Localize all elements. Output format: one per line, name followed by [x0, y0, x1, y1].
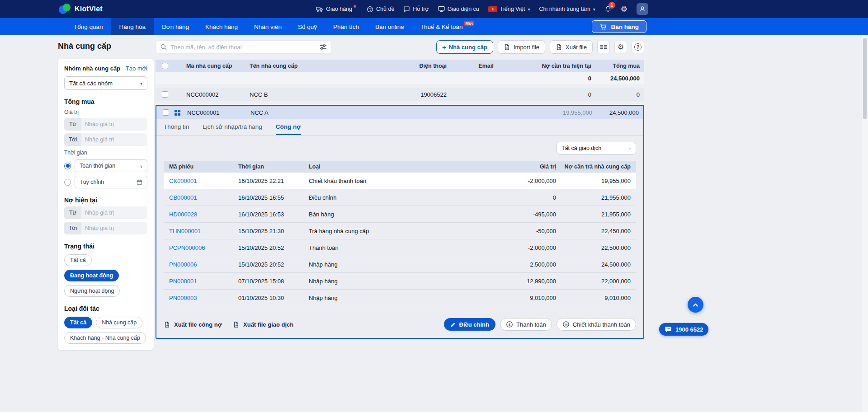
notifications-button[interactable]: 1	[604, 5, 612, 13]
transaction-row[interactable]: CK000001 16/10/2025 22:21 Chiết khấu tha…	[164, 173, 636, 189]
doc-link[interactable]: PN000006	[164, 261, 238, 268]
supplier-row-selected[interactable]: NCC000001 NCC A 19,955,000 24,500,000	[156, 106, 643, 119]
custom-time-radio[interactable]	[64, 179, 71, 186]
support-menu[interactable]: Hỗ trợ	[403, 6, 429, 13]
suppliers-table-header: Mã nhà cung cấp Tên nhà cung cấp Điện th…	[156, 60, 644, 72]
custom-time-label: Tùy chỉnh	[80, 179, 104, 185]
transaction-row[interactable]: PN000001 07/10/2025 15:08 Nhập hàng 12,9…	[164, 273, 636, 290]
export-file-button[interactable]: Xuất file	[550, 40, 593, 54]
debt-to-input[interactable]	[81, 222, 147, 234]
doc-value: -2,000,000	[453, 244, 561, 251]
total-purchase-from-input[interactable]	[81, 118, 147, 131]
nav-item-so-quy[interactable]: Sổ quỹ	[290, 18, 325, 35]
sell-button[interactable]: Bán hàng	[592, 20, 646, 33]
transaction-row[interactable]: THN000001 15/10/2025 21:30 Trả hàng nhà …	[164, 223, 636, 239]
doc-link[interactable]: CK000001	[164, 178, 238, 184]
hotline-chat-button[interactable]: 1900 6522	[659, 323, 708, 336]
supplier-group-select[interactable]: Tất cả các nhóm ▾	[64, 76, 147, 90]
all-time-label: Toàn thời gian	[80, 163, 115, 169]
nav-item-don-hang[interactable]: Đơn hàng	[154, 18, 197, 35]
col-doc-code: Mã phiếu	[164, 164, 238, 170]
transaction-row[interactable]: PN000006 15/10/2025 20:52 Nhập hàng 2,50…	[164, 256, 636, 273]
transaction-row[interactable]: HD000028 16/10/2025 16:53 Bán hàng -495,…	[164, 206, 636, 223]
import-file-button[interactable]: Import file	[498, 40, 545, 54]
scroll-to-top-button[interactable]	[688, 297, 703, 313]
language-selector[interactable]: ★ Tiếng Việt ▾	[488, 6, 530, 12]
column-settings-button[interactable]	[597, 41, 610, 53]
nav-item-thue-ke-toan[interactable]: Thuế & Kế toán Mới	[412, 18, 482, 35]
total-purchase-to-input[interactable]	[81, 133, 147, 146]
export-debt-file-button[interactable]: Xuất file công nợ	[164, 321, 222, 328]
col-value: Giá trị	[453, 164, 561, 170]
doc-time: 07/10/2025 15:08	[238, 278, 309, 285]
doc-value: 9,010,000	[453, 295, 561, 301]
tab-cong-no[interactable]: Công nợ	[276, 119, 301, 135]
supplier-row[interactable]: NCC000002 NCC B 19006522 0 0	[156, 88, 644, 101]
pay-button[interactable]: $ Thanh toán	[500, 318, 552, 331]
delivery-notification-dot	[354, 5, 356, 8]
transaction-filter-select[interactable]: Tất cả giao dịch ▾	[557, 142, 636, 154]
status-active-button[interactable]: Đang hoạt động	[64, 270, 119, 281]
partner-all-button[interactable]: Tất cả	[64, 317, 92, 328]
supplier-debt: 19,955,000	[521, 109, 598, 116]
nav-item-nhan-vien[interactable]: Nhân viên	[246, 18, 290, 35]
all-time-radio[interactable]	[64, 163, 71, 169]
nav-item-tong-quan[interactable]: Tổng quan	[66, 18, 111, 35]
status-title: Trạng thái	[64, 243, 147, 250]
add-supplier-button[interactable]: + Nhà cung cấp	[436, 40, 493, 54]
payment-discount-button[interactable]: % Chiết khấu thanh toán	[557, 318, 636, 331]
delivery-menu[interactable]: Giao hàng	[316, 6, 358, 12]
tab-thong-tin[interactable]: Thông tin	[164, 119, 189, 135]
old-interface-menu[interactable]: Giao diện cũ	[438, 6, 479, 12]
branch-selector[interactable]: Chi nhánh trung tâm ▾	[539, 6, 595, 12]
partner-customer-supplier-button[interactable]: Khách hàng - Nhà cung cấp	[64, 332, 146, 344]
header-cell	[156, 63, 181, 69]
doc-link[interactable]: CB000001	[164, 194, 238, 201]
create-group-link[interactable]: Tạo mới	[126, 65, 147, 72]
supplier-name: NCC A	[245, 109, 354, 116]
custom-time-select[interactable]: Tùy chỉnh	[75, 176, 147, 188]
select-all-checkbox[interactable]	[162, 63, 168, 69]
all-time-select[interactable]: Toàn thời gian ›	[75, 159, 147, 172]
nav-items: Tổng quan Hàng hóa Đơn hàng Khách hàng N…	[66, 18, 482, 35]
status-all-button[interactable]: Tất cả	[64, 254, 92, 266]
theme-menu[interactable]: Chủ đề	[367, 6, 394, 13]
pencil-icon	[450, 322, 456, 328]
settings-button[interactable]: ⚙	[614, 41, 627, 53]
partner-supplier-button[interactable]: Nhà cung cấp	[96, 317, 142, 328]
doc-type: Nhập hàng	[309, 295, 453, 301]
settings-gear-icon[interactable]: ⚙	[621, 5, 627, 13]
nav-item-phan-tich[interactable]: Phân tích	[325, 18, 367, 35]
filter-sliders-icon[interactable]	[320, 44, 327, 50]
col-code: Mã nhà cung cấp	[181, 63, 244, 69]
supplier-detail-panel: NCC000001 NCC A 19,955,000 24,500,000 Th…	[156, 105, 644, 339]
nav-item-khach-hang[interactable]: Khách hàng	[197, 18, 246, 35]
doc-time: 16/10/2025 16:55	[238, 194, 309, 201]
topbar: KiotViet Giao hàng Chủ đề	[0, 0, 868, 18]
help-button[interactable]: ?	[632, 41, 644, 53]
user-avatar[interactable]	[637, 3, 648, 15]
col-name: Tên nhà cung cấp	[244, 63, 353, 69]
search-icon	[160, 44, 167, 50]
kiotviet-logo[interactable]: KiotViet	[59, 3, 103, 15]
adjust-button[interactable]: Điều chỉnh	[444, 318, 495, 331]
transaction-row[interactable]: PN000003 01/10/2025 10:30 Nhập hàng 9,01…	[164, 290, 636, 306]
nav-item-ban-online[interactable]: Bán online	[367, 18, 412, 35]
scrollbar-thumb[interactable]	[863, 38, 867, 119]
export-transactions-file-button[interactable]: Xuất file giao dịch	[233, 321, 293, 328]
tab-lich-su[interactable]: Lịch sử nhập/trả hàng	[203, 119, 262, 135]
debt-from-input[interactable]	[81, 206, 147, 219]
row-checkbox[interactable]	[163, 109, 169, 116]
doc-link[interactable]: PN000003	[164, 295, 238, 301]
status-inactive-button[interactable]: Ngừng hoạt động	[64, 285, 120, 297]
nav-item-hang-hoa[interactable]: Hàng hóa	[111, 18, 154, 35]
doc-link[interactable]: PCPN000006	[164, 244, 238, 251]
doc-link[interactable]: HD000028	[164, 211, 238, 218]
transaction-row[interactable]: CB000001 16/10/2025 16:55 Điều chỉnh 0 2…	[164, 189, 636, 206]
transaction-row[interactable]: PCPN000006 15/10/2025 20:52 Thanh toán -…	[164, 239, 636, 256]
row-checkbox[interactable]	[162, 91, 168, 98]
doc-link[interactable]: PN000001	[164, 278, 238, 285]
doc-link[interactable]: THN000001	[164, 228, 238, 234]
search-input[interactable]	[170, 44, 316, 51]
doc-time: 16/10/2025 16:53	[238, 211, 309, 218]
